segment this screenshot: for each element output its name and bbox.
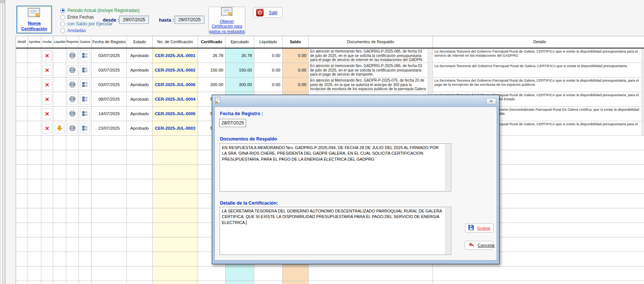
close-icon[interactable]: ✕ bbox=[486, 98, 496, 104]
gastos-button[interactable] bbox=[80, 108, 90, 119]
certification-number-link[interactable]: CER-2025-JUL-0005 bbox=[153, 107, 198, 121]
obtener-certificacion-button[interactable]: Obtener Certificación para gastos ya rea… bbox=[208, 7, 245, 34]
gastos-button[interactable] bbox=[80, 65, 90, 76]
column-header-anular: Anular bbox=[41, 36, 53, 48]
cell-scrollbar[interactable] bbox=[641, 63, 644, 77]
empty-cell bbox=[53, 266, 66, 281]
documentos-respaldo-textarea[interactable]: EN RESPUESTA A MEMORANDO Nro. GADPRG-P-2… bbox=[220, 143, 451, 192]
textarea-scrollbar[interactable] bbox=[445, 144, 450, 191]
column-header-no-de-certificaci-n: No. de Certificación bbox=[153, 36, 198, 48]
empty-cell bbox=[226, 266, 254, 281]
empty-cell bbox=[153, 136, 198, 150]
gastos-button[interactable] bbox=[80, 94, 90, 105]
reporte-button[interactable] bbox=[67, 79, 77, 90]
cell-scrollbar[interactable] bbox=[428, 49, 432, 62]
column-header-certificado: Certificado bbox=[198, 36, 226, 48]
textarea-scrollbar[interactable] bbox=[445, 208, 450, 254]
modif-cell bbox=[16, 107, 28, 121]
dialog-titlebar[interactable]: ✕ bbox=[213, 95, 499, 107]
anular-button[interactable]: ✕ bbox=[42, 94, 52, 105]
certification-number-link[interactable]: CER-2025-JUL-0002 bbox=[153, 63, 198, 78]
reporte-button[interactable] bbox=[67, 65, 77, 76]
cell-scrollbar[interactable] bbox=[641, 92, 644, 106]
empty-cell bbox=[66, 223, 79, 237]
empty-cell bbox=[53, 237, 66, 252]
ejecutado-cell: 26.78 bbox=[226, 48, 254, 63]
empty-cell bbox=[66, 165, 79, 179]
desde-date-input[interactable]: 29/07/2025 bbox=[119, 16, 149, 24]
empty-cell bbox=[16, 281, 28, 284]
modif-cell bbox=[16, 48, 28, 63]
liquidar-button[interactable] bbox=[55, 123, 65, 134]
documentos-respaldo-cell-text: En atención al memorando Nro. GADPRG-P-2… bbox=[310, 64, 426, 77]
hasta-date-input[interactable]: 29/07/2025 bbox=[175, 16, 204, 24]
empty-cell bbox=[79, 237, 92, 252]
column-header-detalle: Detalle bbox=[433, 36, 644, 48]
detalle-certificacion-label: Detalle de la Certificación: bbox=[220, 201, 278, 206]
cell-scrollbar[interactable] bbox=[641, 122, 644, 135]
radio-icon[interactable] bbox=[60, 8, 65, 13]
reporte-button[interactable] bbox=[67, 123, 77, 134]
cell-scrollbar[interactable] bbox=[428, 78, 432, 91]
empty-cell bbox=[92, 179, 127, 194]
certification-number-link[interactable]: CER-2025-JUL-0004 bbox=[153, 92, 198, 107]
certification-number-link[interactable]: CER-2025-JUL-0006 bbox=[153, 78, 198, 92]
fecha-registro-input[interactable]: 28/07/2025 bbox=[219, 119, 246, 127]
dialog-body: Fecha de Registro : 28/07/2025 Documento… bbox=[214, 107, 497, 261]
empty-cell bbox=[254, 281, 283, 284]
reporte-button[interactable] bbox=[67, 108, 77, 119]
gastos-button[interactable] bbox=[80, 50, 90, 61]
anular-button[interactable]: ✕ bbox=[42, 123, 52, 134]
gastos-button[interactable] bbox=[80, 123, 90, 134]
nueva-certificacion-button[interactable]: Nueva Certificación bbox=[16, 6, 52, 34]
certificado-cell: 26.78 bbox=[198, 48, 226, 63]
empty-cell bbox=[79, 136, 92, 150]
radio-icon[interactable] bbox=[60, 15, 65, 20]
anular-button[interactable]: ✕ bbox=[42, 108, 52, 119]
cell-scrollbar[interactable] bbox=[641, 49, 644, 62]
certification-dialog: ✕ Fecha de Registro : 28/07/2025 Documen… bbox=[212, 95, 500, 264]
detalle-certificacion-textarea[interactable]: LA SECRETARIA TESORERA DEL GOBIERNO AUTO… bbox=[220, 207, 451, 255]
down-arrow-icon bbox=[57, 125, 63, 131]
cancelar-button[interactable]: Cancelar bbox=[465, 241, 493, 250]
details-list-icon bbox=[82, 126, 88, 131]
gastos-button[interactable] bbox=[80, 79, 90, 90]
detalle-certificacion-text: LA SECRETARIA TESORERA DEL GOBIERNO AUTO… bbox=[222, 209, 442, 225]
salir-button[interactable]: Salir bbox=[253, 7, 283, 18]
detalle-cell: La Secretaria Tesoreria del Gobierno Par… bbox=[433, 63, 644, 78]
empty-cell bbox=[309, 266, 433, 281]
estado-cell: Aprobado bbox=[127, 121, 153, 136]
empty-cell bbox=[153, 150, 198, 165]
empty-cell bbox=[79, 150, 92, 165]
radio-icon[interactable] bbox=[60, 22, 65, 26]
anular-cell: ✕ bbox=[41, 121, 53, 136]
radio-option-3[interactable]: Anuladas bbox=[60, 28, 140, 33]
empty-cell bbox=[309, 281, 433, 284]
certification-number-link[interactable]: CER-2025-JUL-0001 bbox=[153, 48, 198, 63]
certification-number-link[interactable]: CER-2025-JUL-0003 bbox=[153, 121, 198, 136]
cell-scrollbar[interactable] bbox=[641, 107, 644, 120]
empty-cell bbox=[283, 281, 309, 284]
liquidar-cell bbox=[53, 121, 66, 136]
liquidado-cell: 0.00 bbox=[254, 48, 283, 63]
empty-cell bbox=[66, 266, 79, 281]
cell-scrollbar[interactable] bbox=[428, 63, 432, 77]
reporte-cell bbox=[66, 107, 79, 121]
empty-cell bbox=[127, 281, 153, 284]
reporte-button[interactable] bbox=[67, 50, 77, 61]
reporte-button[interactable] bbox=[67, 94, 77, 105]
empty-cell bbox=[153, 208, 198, 223]
grabar-button[interactable]: Grabar bbox=[465, 223, 494, 233]
estado-cell: Aprobado bbox=[127, 107, 153, 121]
anular-button[interactable]: ✕ bbox=[42, 79, 52, 90]
empty-cell bbox=[16, 165, 28, 179]
radio-option-0[interactable]: Periodo Actual (Incluye Registradas) bbox=[60, 8, 140, 13]
empty-cell bbox=[153, 266, 198, 281]
anular-button[interactable]: ✕ bbox=[42, 65, 52, 76]
anular-cell: ✕ bbox=[41, 92, 53, 107]
cell-scrollbar[interactable] bbox=[641, 78, 644, 91]
empty-cell bbox=[433, 281, 644, 284]
table-header-row: ModifAprobarAnularLiquidarReporteGastosF… bbox=[16, 36, 644, 48]
anular-button[interactable]: ✕ bbox=[42, 50, 52, 61]
radio-icon[interactable] bbox=[60, 28, 65, 33]
